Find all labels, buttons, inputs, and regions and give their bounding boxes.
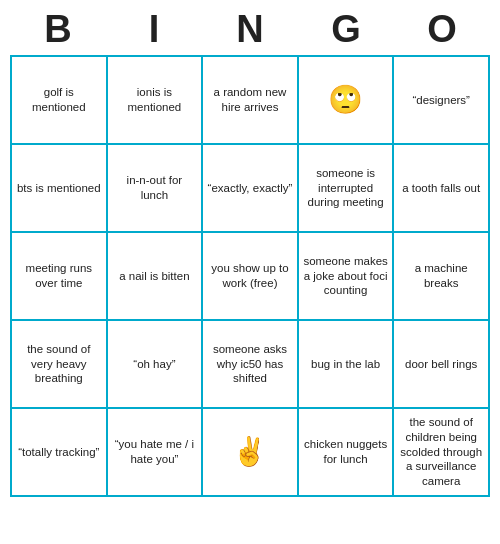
cell-text-4: “designers”: [412, 93, 470, 108]
bingo-cell-7[interactable]: “exactly, exactly”: [203, 145, 299, 233]
cell-text-17: someone asks why ic50 has shifted: [207, 342, 293, 387]
cell-text-8: someone is interrupted during meeting: [303, 166, 389, 211]
bingo-cell-19[interactable]: door bell rings: [394, 321, 490, 409]
cell-text-16: “oh hay”: [133, 357, 175, 372]
cell-text-23: chicken nuggets for lunch: [303, 437, 389, 467]
bingo-card: BINGO golf is mentionedionis is mentione…: [10, 8, 490, 497]
cell-text-6: in-n-out for lunch: [112, 173, 198, 203]
cell-text-21: “you hate me / i hate you”: [112, 437, 198, 467]
bingo-cell-5[interactable]: bts is mentioned: [12, 145, 108, 233]
bingo-cell-21[interactable]: “you hate me / i hate you”: [108, 409, 204, 497]
bingo-letter-o: O: [398, 8, 486, 51]
cell-text-15: the sound of very heavy breathing: [16, 342, 102, 387]
bingo-cell-22[interactable]: ✌️: [203, 409, 299, 497]
cell-text-5: bts is mentioned: [17, 181, 101, 196]
bingo-cell-18[interactable]: bug in the lab: [299, 321, 395, 409]
cell-text-19: door bell rings: [405, 357, 477, 372]
bingo-letter-b: B: [14, 8, 102, 51]
cell-text-11: a nail is bitten: [119, 269, 189, 284]
bingo-letter-i: I: [110, 8, 198, 51]
bingo-cell-12[interactable]: you show up to work (free): [203, 233, 299, 321]
bingo-cell-3[interactable]: 🙄: [299, 57, 395, 145]
bingo-cell-1[interactable]: ionis is mentioned: [108, 57, 204, 145]
cell-text-20: “totally tracking”: [18, 445, 99, 460]
bingo-cell-10[interactable]: meeting runs over time: [12, 233, 108, 321]
bingo-cell-2[interactable]: a random new hire arrives: [203, 57, 299, 145]
cell-text-1: ionis is mentioned: [112, 85, 198, 115]
bingo-cell-11[interactable]: a nail is bitten: [108, 233, 204, 321]
bingo-cell-8[interactable]: someone is interrupted during meeting: [299, 145, 395, 233]
cell-text-9: a tooth falls out: [402, 181, 480, 196]
cell-text-24: the sound of children being scolded thro…: [398, 415, 484, 490]
bingo-cell-0[interactable]: golf is mentioned: [12, 57, 108, 145]
cell-text-7: “exactly, exactly”: [208, 181, 293, 196]
bingo-grid: golf is mentionedionis is mentioneda ran…: [10, 55, 490, 497]
cell-text-10: meeting runs over time: [16, 261, 102, 291]
bingo-header: BINGO: [10, 8, 490, 51]
bingo-cell-23[interactable]: chicken nuggets for lunch: [299, 409, 395, 497]
bingo-cell-16[interactable]: “oh hay”: [108, 321, 204, 409]
cell-text-13: someone makes a joke about foci counting: [303, 254, 389, 299]
cell-text-18: bug in the lab: [311, 357, 380, 372]
cell-text-2: a random new hire arrives: [207, 85, 293, 115]
bingo-cell-4[interactable]: “designers”: [394, 57, 490, 145]
bingo-letter-n: N: [206, 8, 294, 51]
bingo-cell-24[interactable]: the sound of children being scolded thro…: [394, 409, 490, 497]
bingo-cell-6[interactable]: in-n-out for lunch: [108, 145, 204, 233]
cell-text-3: 🙄: [328, 82, 363, 118]
cell-text-12: you show up to work (free): [207, 261, 293, 291]
bingo-letter-g: G: [302, 8, 390, 51]
bingo-cell-9[interactable]: a tooth falls out: [394, 145, 490, 233]
bingo-cell-13[interactable]: someone makes a joke about foci counting: [299, 233, 395, 321]
bingo-cell-17[interactable]: someone asks why ic50 has shifted: [203, 321, 299, 409]
bingo-cell-15[interactable]: the sound of very heavy breathing: [12, 321, 108, 409]
cell-text-14: a machine breaks: [398, 261, 484, 291]
cell-text-0: golf is mentioned: [16, 85, 102, 115]
bingo-cell-20[interactable]: “totally tracking”: [12, 409, 108, 497]
cell-text-22: ✌️: [232, 434, 267, 470]
bingo-cell-14[interactable]: a machine breaks: [394, 233, 490, 321]
